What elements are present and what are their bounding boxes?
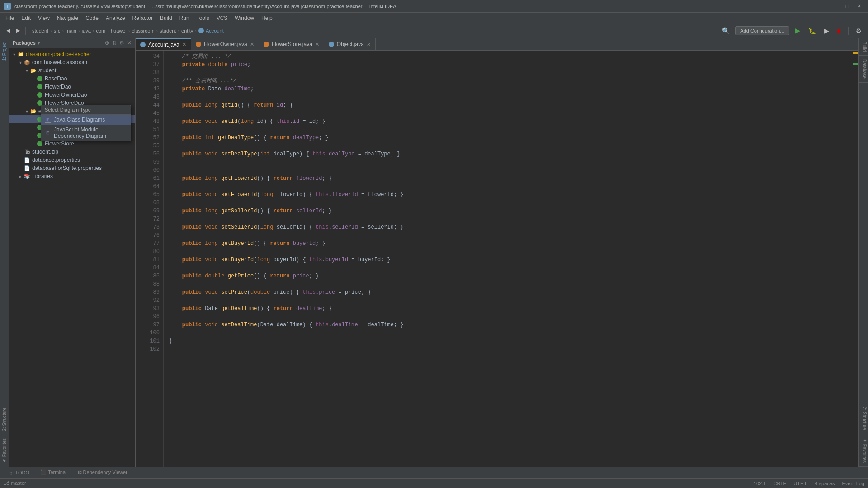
menu-tools[interactable]: Tools: [193, 14, 213, 22]
breadcrumb-student2[interactable]: student: [160, 28, 176, 33]
code-line-37: private double price;: [169, 61, 852, 69]
file-tree-panel: Packages ▾ ⊕ ⇅ ⚙ ✕ ▾ 📁 classroom-practic…: [9, 38, 136, 467]
tab-flowerstore-close[interactable]: ✕: [315, 42, 319, 47]
menu-refactor[interactable]: Refactor: [129, 14, 156, 22]
code-line-60: [169, 166, 852, 174]
structure-panel-label[interactable]: 2: Structure: [1, 404, 8, 435]
code-line-97: public void setDealTime(Date dealTime) {…: [169, 321, 852, 329]
code-line-80: [169, 248, 852, 256]
tree-item-package[interactable]: ▾ 📦 com.huawei.classroom: [9, 58, 135, 66]
toolbar-settings[interactable]: ⚙: [853, 26, 864, 35]
breadcrumb-student[interactable]: student: [32, 28, 48, 33]
event-log-button[interactable]: Event Log: [842, 481, 864, 486]
code-content[interactable]: /* 交易价 ... */ private double price; /** …: [164, 51, 852, 467]
tree-arrow-package[interactable]: ▾: [17, 60, 24, 65]
code-line-102: [169, 345, 852, 353]
tree-item-sqliteprops[interactable]: 📄 databaseForSqlite.properties: [9, 164, 135, 172]
code-line-76: [169, 231, 852, 239]
basedao-class-icon: [36, 75, 43, 82]
search-icon[interactable]: 🔍: [719, 26, 732, 35]
toolbar-run-alt[interactable]: ▶: [821, 26, 832, 35]
tab-flowerstore[interactable]: FlowerStore.java ✕: [259, 38, 324, 50]
tree-arrow-entity[interactable]: ▾: [24, 109, 30, 114]
breadcrumb-account[interactable]: Account: [206, 28, 224, 33]
tree-arrow-root[interactable]: ▾: [11, 52, 17, 57]
favorites-panel-label[interactable]: ★ Favorites: [1, 435, 8, 467]
code-line-88: [169, 280, 852, 288]
dropdown-item-js-module[interactable]: ⊟ JavaScript Module Dependency Diagram: [41, 125, 131, 141]
build-panel-tab[interactable]: Build: [859, 38, 868, 56]
tab-account[interactable]: Account.java ✕: [136, 38, 191, 50]
account-tab-icon: [140, 42, 146, 47]
menu-file[interactable]: File: [2, 14, 18, 22]
status-indent[interactable]: 4 spaces: [815, 481, 835, 486]
tab-object-close[interactable]: ✕: [367, 42, 371, 47]
menu-window[interactable]: Window: [231, 14, 258, 22]
menu-run[interactable]: Run: [176, 14, 193, 22]
tree-item-basedao[interactable]: BaseDao: [9, 75, 135, 83]
toolbar-back-button[interactable]: ◀: [4, 27, 13, 34]
status-charset[interactable]: UTF-8: [793, 481, 807, 486]
code-line-56: public void setDealType(int dealType) { …: [169, 150, 852, 158]
tree-arrow-student[interactable]: ▾: [24, 68, 30, 73]
favorites-panel-tab[interactable]: ★ Favorites: [859, 434, 868, 467]
breadcrumb-huawei[interactable]: huawei: [111, 28, 127, 33]
minimize-button[interactable]: —: [830, 2, 841, 11]
code-line-100: [169, 329, 852, 337]
left-gutter: 1: Project 2: Structure ★ Favorites: [0, 38, 9, 467]
menu-navigate[interactable]: Navigate: [53, 14, 82, 22]
database-panel-tab[interactable]: Database: [859, 56, 868, 83]
toolbar-stop[interactable]: ■: [835, 26, 844, 35]
structure-panel-tab[interactable]: 2: Structure: [859, 403, 868, 434]
menu-view[interactable]: View: [34, 14, 53, 22]
tree-arrow-libraries[interactable]: ▸: [17, 174, 24, 179]
breadcrumb-com[interactable]: com: [96, 28, 105, 33]
tree-item-studentzip[interactable]: 🗜 student.zip: [9, 148, 135, 156]
close-panel-icon[interactable]: ✕: [127, 40, 132, 46]
breadcrumb-main[interactable]: main: [66, 28, 76, 33]
tab-flowerowner[interactable]: FlowerOwner.java ✕: [191, 38, 259, 50]
tree-item-root[interactable]: ▾ 📁 classroom-practice-teacher: [9, 50, 135, 58]
maximize-button[interactable]: □: [842, 2, 853, 11]
tree-item-libraries[interactable]: ▸ 📚 Libraries: [9, 172, 135, 180]
menu-analyze[interactable]: Analyze: [102, 14, 129, 22]
student-module-icon: 📂: [30, 67, 37, 74]
bottom-tab-todo[interactable]: ≡ g: TODO: [0, 469, 35, 476]
packages-dropdown-arrow[interactable]: ▾: [38, 40, 40, 46]
sort-icon[interactable]: ⇅: [112, 40, 117, 46]
menu-build[interactable]: Build: [156, 14, 176, 22]
menu-vcs[interactable]: VCS: [213, 14, 231, 22]
settings-icon[interactable]: ⚙: [119, 40, 124, 46]
entity-folder-icon: 📂: [30, 108, 37, 115]
breadcrumb-entity[interactable]: entity: [181, 28, 193, 33]
run-button[interactable]: ▶: [792, 25, 803, 36]
new-class-icon[interactable]: ⊕: [105, 40, 109, 46]
tree-item-dbprops[interactable]: 📄 database.properties: [9, 156, 135, 164]
breadcrumb-classroom[interactable]: classroom: [132, 28, 154, 33]
tree-item-student-module[interactable]: ▾ 📂 student: [9, 66, 135, 75]
tab-object[interactable]: Object.java ✕: [324, 38, 376, 50]
code-line-51: [169, 126, 852, 134]
code-line-72: [169, 215, 852, 223]
flowerowner-tab-icon: [196, 42, 201, 47]
toolbar-forward-button[interactable]: ▶: [14, 27, 23, 34]
menu-code[interactable]: Code: [82, 14, 102, 22]
menu-help[interactable]: Help: [258, 14, 276, 22]
menu-edit[interactable]: Edit: [18, 14, 34, 22]
code-line-64: [169, 183, 852, 191]
tree-item-flowerownerdao[interactable]: FlowerOwnerDao: [9, 91, 135, 99]
bottom-tab-terminal[interactable]: ⬛ Terminal: [35, 469, 72, 476]
tab-account-close[interactable]: ✕: [182, 42, 186, 47]
close-button[interactable]: ✕: [854, 2, 864, 11]
debug-button[interactable]: 🐛: [806, 26, 819, 35]
breadcrumb-java[interactable]: java: [82, 28, 91, 33]
project-panel-label[interactable]: 1: Project: [1, 38, 8, 64]
dropdown-item-java-class[interactable]: ⊞ Java Class Diagrams: [41, 115, 131, 125]
breadcrumb-src[interactable]: src: [54, 28, 61, 33]
bottom-tab-dependency[interactable]: ⊠ Dependency Viewer: [72, 469, 133, 476]
tab-flowerowner-close[interactable]: ✕: [250, 42, 254, 47]
js-module-diagram-icon: ⊟: [45, 130, 51, 136]
status-crlf[interactable]: CRLF: [774, 481, 787, 486]
add-configuration-button[interactable]: Add Configuration...: [735, 26, 789, 35]
tree-item-flowerdao[interactable]: FlowerDao: [9, 83, 135, 91]
